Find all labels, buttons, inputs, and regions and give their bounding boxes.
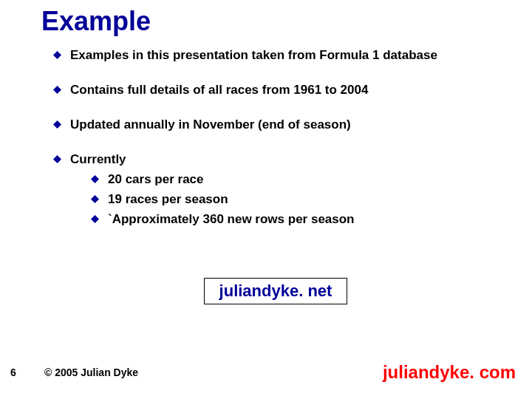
diamond-icon [53,86,61,94]
bullet-text: Updated annually in November (end of sea… [70,117,351,134]
bullet-text: Examples in this presentation taken from… [70,47,437,64]
copyright-text: © 2005 Julian Dyke [44,366,138,378]
sub-bullet-text: `Approximately 360 new rows per season [108,211,355,228]
bullet-text: Contains full details of all races from … [70,82,368,99]
bullet-body: Currently 20 cars per race 19 races per … [70,151,355,231]
svg-rect-3 [53,155,61,163]
bullet-item: Examples in this presentation taken from… [53,47,502,64]
svg-rect-6 [91,215,99,223]
diamond-icon [53,155,61,163]
bullet-text: Currently [70,152,126,166]
svg-rect-0 [53,51,61,59]
slide-title: Example [41,6,151,37]
svg-rect-1 [53,86,61,94]
page-number: 6 [10,366,16,378]
sub-bullet-item: 19 races per season [91,191,355,208]
slide: Example Examples in this presentation ta… [0,0,532,399]
bullet-item: Updated annually in November (end of sea… [53,117,502,134]
diamond-icon [53,120,61,129]
svg-rect-4 [91,175,99,183]
sub-bullet-text: 19 races per season [108,191,228,208]
bullet-item: Currently 20 cars per race 19 races per … [53,151,502,231]
bullet-item: Contains full details of all races from … [53,82,502,99]
svg-rect-5 [91,195,99,203]
diamond-icon [91,175,99,183]
svg-rect-2 [53,120,61,129]
slide-content: Examples in this presentation taken from… [53,47,502,249]
sub-list: 20 cars per race 19 races per season `Ap… [70,171,355,228]
diamond-icon [91,195,99,203]
sub-bullet-text: 20 cars per race [108,171,204,188]
diamond-icon [91,215,99,223]
boxed-link: juliandyke. net [204,278,347,304]
sub-bullet-item: 20 cars per race [91,171,355,188]
sub-bullet-item: `Approximately 360 new rows per season [91,211,355,228]
diamond-icon [53,51,61,59]
footer-site: juliandyke. com [383,362,516,383]
